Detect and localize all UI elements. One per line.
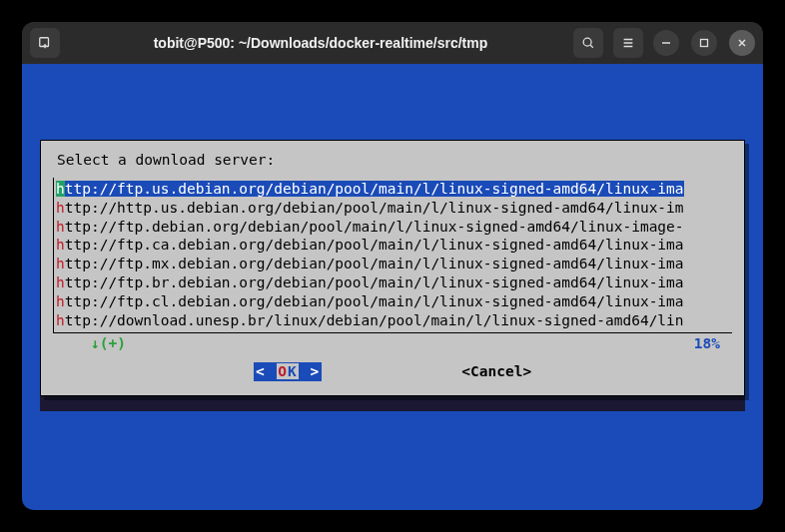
svg-point-1 bbox=[583, 38, 591, 46]
whiptail-dialog: Select a download server: http://ftp.us.… bbox=[40, 140, 745, 396]
dialog-prompt: Select a download server: bbox=[53, 151, 732, 170]
list-item[interactable]: http://ftp.cl.debian.org/debian/pool/mai… bbox=[56, 292, 732, 311]
list-item[interactable]: http://download.unesp.br/linux/debian/po… bbox=[56, 311, 732, 330]
scroll-indicator: ↓(+) bbox=[91, 334, 126, 353]
window-controls bbox=[653, 30, 755, 56]
list-item[interactable]: http://ftp.debian.org/debian/pool/main/l… bbox=[56, 218, 732, 237]
list-item[interactable]: http://ftp.br.debian.org/debian/pool/mai… bbox=[56, 273, 732, 292]
button-row: < OK > <Cancel> bbox=[53, 362, 732, 381]
terminal-body: Select a download server: http://ftp.us.… bbox=[22, 64, 763, 510]
server-list[interactable]: http://ftp.us.debian.org/debian/pool/mai… bbox=[53, 178, 732, 333]
close-button[interactable] bbox=[729, 30, 755, 56]
ok-button[interactable]: < OK > bbox=[254, 362, 322, 381]
maximize-button[interactable] bbox=[691, 30, 717, 56]
svg-rect-0 bbox=[40, 38, 49, 47]
window-title: tobit@P500: ~/Downloads/docker-realtime/… bbox=[68, 35, 573, 51]
search-button[interactable] bbox=[573, 28, 603, 58]
list-item[interactable]: http://ftp.mx.debian.org/debian/pool/mai… bbox=[56, 255, 732, 273]
terminal-window: tobit@P500: ~/Downloads/docker-realtime/… bbox=[22, 22, 763, 510]
scroll-percent: 18% bbox=[694, 334, 720, 353]
list-item[interactable]: http://http.us.debian.org/debian/pool/ma… bbox=[56, 199, 732, 218]
svg-rect-2 bbox=[701, 40, 708, 47]
status-line: ↓(+) 18% bbox=[53, 334, 732, 353]
minimize-button[interactable] bbox=[653, 30, 679, 56]
list-item[interactable]: http://ftp.us.debian.org/debian/pool/mai… bbox=[56, 180, 732, 199]
hamburger-menu-button[interactable] bbox=[613, 28, 643, 58]
titlebar: tobit@P500: ~/Downloads/docker-realtime/… bbox=[22, 22, 763, 64]
cancel-button[interactable]: <Cancel> bbox=[461, 362, 531, 381]
list-item[interactable]: http://ftp.ca.debian.org/debian/pool/mai… bbox=[56, 236, 732, 255]
new-tab-button[interactable] bbox=[30, 28, 60, 58]
